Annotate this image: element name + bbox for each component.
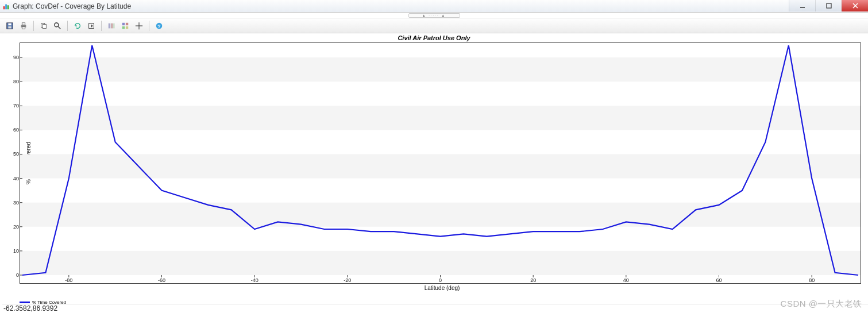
svg-text:90: 90 <box>13 55 19 60</box>
svg-rect-14 <box>43 24 46 28</box>
svg-text:20: 20 <box>530 277 536 283</box>
svg-text:-80: -80 <box>65 277 72 283</box>
maximize-button[interactable] <box>815 0 842 11</box>
crosshair-button[interactable] <box>133 20 145 32</box>
legend-swatch <box>20 302 30 303</box>
chart-panel: Civil Air Patrol Use Only % Time Covered… <box>3 33 865 296</box>
svg-text:?: ? <box>157 23 160 29</box>
cursor-coordinates: -62.3582,86.9392 <box>3 304 57 312</box>
svg-text:20: 20 <box>13 224 19 230</box>
app-icon <box>2 2 10 10</box>
options-button[interactable] <box>105 20 118 32</box>
svg-text:0: 0 <box>439 277 442 283</box>
x-axis-label: Latitude (deg) <box>20 284 865 291</box>
svg-text:60: 60 <box>716 277 722 283</box>
chart-title: Civil Air Patrol Use Only <box>3 33 865 42</box>
svg-rect-1 <box>5 4 7 9</box>
svg-text:40: 40 <box>13 176 19 181</box>
svg-rect-22 <box>114 23 115 28</box>
svg-rect-35 <box>20 57 861 82</box>
close-button[interactable] <box>842 0 868 11</box>
svg-text:70: 70 <box>13 103 19 109</box>
window-titlebar: Graph: CovDef - Coverage By Latitude <box>0 0 868 13</box>
svg-text:10: 10 <box>13 248 19 254</box>
svg-text:50: 50 <box>13 151 19 157</box>
plot-area[interactable]: % Time Covered 0102030405060708090-80-60… <box>20 42 861 284</box>
svg-rect-31 <box>20 251 861 275</box>
dock-handle[interactable]: ▲ ····· ▲ <box>0 13 868 18</box>
copy-button[interactable] <box>37 20 50 32</box>
svg-rect-23 <box>122 22 125 25</box>
help-button[interactable]: ? <box>153 20 165 32</box>
svg-rect-25 <box>122 26 125 28</box>
svg-text:-40: -40 <box>251 277 259 283</box>
svg-rect-26 <box>126 26 128 28</box>
refresh-button[interactable] <box>71 20 84 32</box>
zoom-button[interactable] <box>51 20 64 32</box>
svg-text:80: 80 <box>13 79 19 84</box>
svg-text:30: 30 <box>13 200 19 206</box>
toolbar: ? <box>0 18 868 33</box>
svg-rect-20 <box>109 23 111 28</box>
svg-marker-19 <box>91 24 93 27</box>
svg-rect-8 <box>8 23 11 25</box>
svg-text:-20: -20 <box>344 277 351 283</box>
window-title: Graph: CovDef - Coverage By Latitude <box>13 2 131 10</box>
svg-rect-9 <box>8 26 11 28</box>
minimize-button[interactable] <box>789 0 815 11</box>
svg-rect-21 <box>111 23 113 28</box>
svg-rect-4 <box>827 3 831 8</box>
print-button[interactable] <box>17 20 30 32</box>
svg-text:60: 60 <box>13 127 19 133</box>
svg-rect-11 <box>22 22 25 25</box>
svg-rect-32 <box>20 203 861 227</box>
svg-rect-12 <box>22 26 25 29</box>
line-chart-svg: 0102030405060708090-80-60-40-20020406080 <box>20 43 861 283</box>
svg-text:40: 40 <box>623 277 629 283</box>
svg-text:-60: -60 <box>158 277 165 283</box>
svg-rect-0 <box>3 6 5 9</box>
svg-text:80: 80 <box>809 277 815 283</box>
svg-rect-24 <box>126 22 128 25</box>
status-bar: -62.3582,86.9392 <box>2 304 868 313</box>
save-button[interactable] <box>3 20 16 32</box>
grid-button[interactable] <box>119 20 132 32</box>
window-controls <box>789 0 868 11</box>
svg-line-16 <box>58 26 60 28</box>
svg-rect-34 <box>20 106 861 130</box>
export-button[interactable] <box>85 20 98 32</box>
svg-text:0: 0 <box>16 272 19 278</box>
svg-rect-2 <box>7 5 9 9</box>
svg-point-15 <box>55 22 59 26</box>
